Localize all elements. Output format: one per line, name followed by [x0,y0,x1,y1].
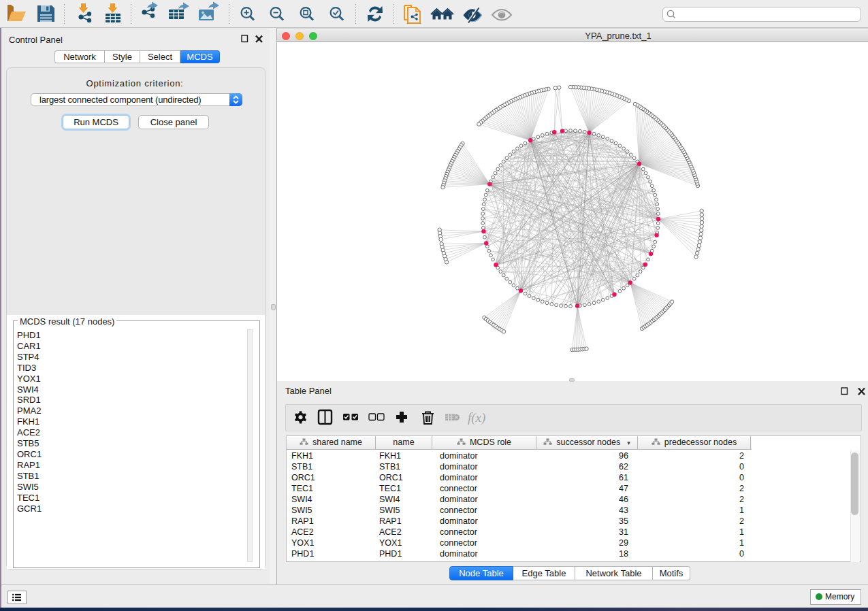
svg-text:f(x): f(x) [468,410,485,425]
